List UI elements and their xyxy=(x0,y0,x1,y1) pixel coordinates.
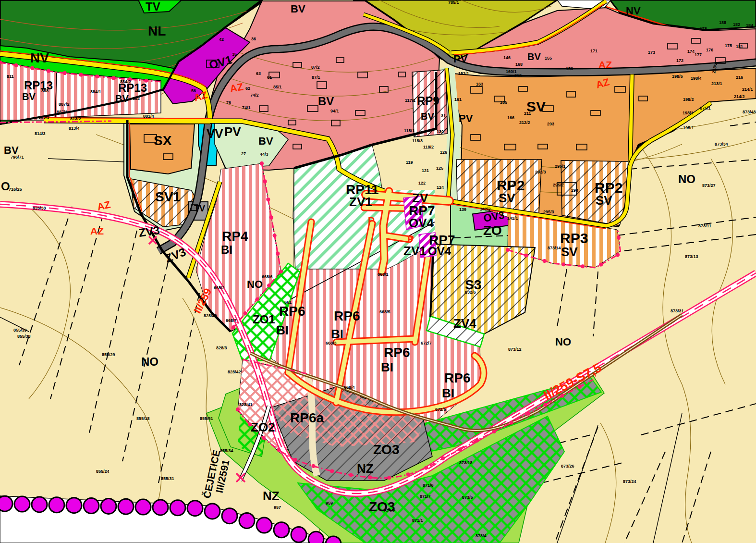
parcel-number-label: 295/2 xyxy=(553,183,564,187)
parcel-number-label: 871/7 xyxy=(420,494,431,499)
parcel-number-label: 668/5 xyxy=(379,309,390,314)
boundary-dot xyxy=(118,499,134,514)
zone-label: BI xyxy=(221,243,232,256)
parcel-number-label: 855/18 xyxy=(136,416,150,421)
parcel-number-label: 173 xyxy=(648,50,655,55)
parcel-number-label: 56 xyxy=(191,88,196,93)
parcel-number-label: 832/6 xyxy=(465,290,476,295)
zone-label: TV xyxy=(194,204,205,213)
parcel-number-label: 165 xyxy=(500,100,507,105)
az-annotation-label: AZ xyxy=(598,59,612,70)
parcel-number-label: 813/4 xyxy=(69,126,80,131)
zone-label: PV xyxy=(453,53,468,65)
parcel-number-label: 210 xyxy=(514,73,522,78)
zone-label: RP6 xyxy=(444,370,470,385)
zone-label: BI xyxy=(442,386,454,400)
parcel-number-label: 668/3 xyxy=(326,341,337,346)
parcel-number-label: 124 xyxy=(437,185,444,190)
parcel-number-label: 78 xyxy=(226,100,231,105)
parcel-number-label: 873/34 xyxy=(715,142,728,147)
parcel-number-label: 873/12 xyxy=(508,347,522,352)
parcel-number-label: 873/18 xyxy=(459,460,473,465)
boundary-dot xyxy=(0,496,12,511)
boundary-dot xyxy=(66,498,82,513)
zone-label: SV xyxy=(499,191,515,205)
parcel-number-label: 855/31 xyxy=(161,476,174,481)
parcel-number-label: 36 xyxy=(251,37,256,41)
zone-label: RP6a xyxy=(290,410,324,425)
parcel-number-label: 118/3 xyxy=(412,138,423,143)
parcel-number-label: 716/25 xyxy=(9,187,22,192)
zone-label: ZV1 xyxy=(349,195,372,209)
zone-label: SV1 xyxy=(155,189,181,204)
parcel-number-label: 152/1 xyxy=(458,71,469,76)
zone-label: RP6 xyxy=(279,304,305,319)
zone-label: RP3 xyxy=(560,230,588,246)
az-annotation-label: P xyxy=(407,233,414,244)
zone-label: NZ xyxy=(263,489,280,503)
zone-label: NO xyxy=(555,336,571,348)
parcel-number-label: 87/1 xyxy=(312,75,320,80)
parcel-number-label: 126 xyxy=(440,150,447,155)
zone-label: ZO1 xyxy=(253,313,275,326)
parcel-number-label: 214/1 xyxy=(742,87,753,92)
parcel-number-label: 828/49 xyxy=(204,313,217,318)
zone-label: BV xyxy=(291,3,305,15)
boundary-dot xyxy=(49,497,64,513)
parcel-number-label: 873/48 xyxy=(743,110,756,114)
parcel-number-label: 873/5 xyxy=(462,495,473,500)
parcel-number-label: 74/2 xyxy=(250,93,259,98)
parcel-number-label: 828/3 xyxy=(216,346,227,350)
parcel-number-label: 888 xyxy=(41,88,49,93)
parcel-number-label: 166 xyxy=(507,115,514,120)
parcel-number-label: 174 xyxy=(687,49,695,54)
parcel-number-label: 61 xyxy=(267,75,272,80)
parcel-number-label: 31 xyxy=(441,113,446,118)
parcel-number-label: 668/4 xyxy=(344,385,355,390)
zone-label: SV xyxy=(561,245,578,259)
parcel-number-label: 122 xyxy=(418,181,426,185)
boundary-dot xyxy=(14,496,30,512)
parcel-number-label: 873/4 xyxy=(476,533,487,538)
parcel-number-label: 182 xyxy=(733,22,740,27)
parcel-number-label: 163 xyxy=(476,82,483,86)
zone-label: BV xyxy=(527,51,541,62)
parcel-number-label: 211 xyxy=(524,111,531,116)
parcel-number-label: 668/2 xyxy=(214,285,225,290)
parcel-number-label: 213/1 xyxy=(711,81,722,86)
parcel-number-label: 62 xyxy=(245,86,250,91)
boundary-dot xyxy=(222,508,237,524)
zone-label: ZO2 xyxy=(251,420,275,434)
parcel-number-label: 27 xyxy=(241,151,246,156)
boundary-dot xyxy=(101,498,116,514)
parcel-number-label: 813/2 xyxy=(70,116,81,121)
parcel-number-label: 156 xyxy=(566,66,573,71)
zone-label: BV xyxy=(22,91,36,102)
parcel-number-label: 887/2 xyxy=(59,102,70,107)
parcel-number-label: 828/41 xyxy=(239,402,253,407)
zone-label: NV xyxy=(626,5,641,17)
parcel-number-label: 957 xyxy=(274,505,281,510)
parcel-number-label: 176 xyxy=(706,48,713,52)
az-annotation-label: AZ xyxy=(90,225,104,236)
zone-label: BI xyxy=(331,327,343,341)
az-annotation-label: AZ xyxy=(229,81,244,94)
parcel-number-label: 803/3 xyxy=(38,115,49,120)
parcel-number-label: 216 xyxy=(736,75,743,80)
boundary-dot xyxy=(205,504,220,519)
az-annotation-label: P xyxy=(368,215,375,226)
parcel-number-label: 172 xyxy=(676,58,683,63)
parcel-number-label: 35 xyxy=(232,52,237,57)
zone-label: PV xyxy=(224,124,241,139)
parcel-number-label: 130 xyxy=(437,129,444,134)
parcel-number-label: 139 xyxy=(459,207,466,212)
parcel-number-label: 855/29 xyxy=(102,352,115,357)
parcel-number-label: 661 xyxy=(284,300,292,305)
parcel-number-label: 142/1 xyxy=(507,216,518,221)
parcel-number-label: 198/2 xyxy=(683,97,694,102)
zone-label: PV xyxy=(459,112,473,124)
zone-label: RP4 xyxy=(222,229,248,244)
parcel-number-label: 294 xyxy=(571,188,578,193)
zone-label: OV4 xyxy=(409,216,434,230)
zone-label: RP13 xyxy=(24,79,53,92)
